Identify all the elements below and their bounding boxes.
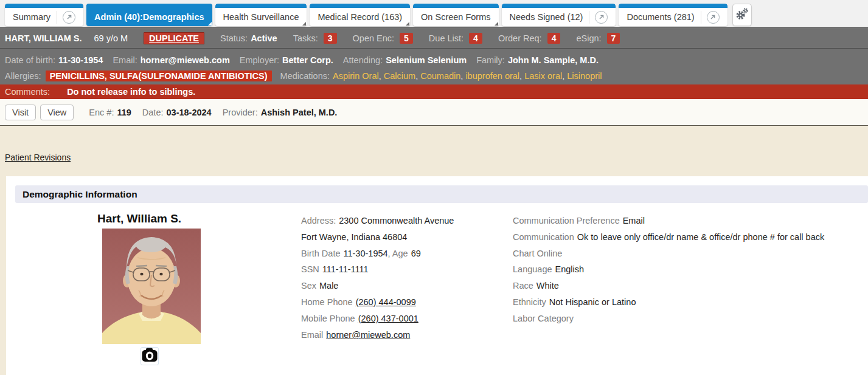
settings-button[interactable] xyxy=(732,4,752,26)
dob-value: 11-30-1954 xyxy=(58,55,103,65)
attending-field: Attending:Selenium Selenium xyxy=(343,55,467,65)
info-row-1: Date of birth:11-30-1954 Email:horner@mi… xyxy=(5,52,863,68)
change-photo-button[interactable] xyxy=(141,347,159,365)
due-list-count-badge[interactable]: 4 xyxy=(469,33,482,44)
ethnicity-label: Ethnicity xyxy=(513,297,546,307)
tab-summary-popout[interactable] xyxy=(57,11,75,24)
enc-date-value: 03-18-2024 xyxy=(167,108,212,117)
labor-category-label: Labor Category xyxy=(513,314,574,323)
address-label: Address: xyxy=(301,216,336,225)
sex-row: SexMale xyxy=(301,278,454,294)
medication-link[interactable]: ibuprofen oral xyxy=(465,71,519,81)
status-label: Status: xyxy=(220,33,248,43)
email-row: Emailhorner@mieweb.com xyxy=(301,327,454,343)
email-label: Email: xyxy=(113,55,137,65)
open-in-new-circle-arrow-icon xyxy=(63,11,75,24)
patient-header-bar: HART, WILLIAM S. 69 y/o M DUPLICATE Stat… xyxy=(0,27,868,48)
race-row: RaceWhite xyxy=(513,278,824,294)
communication-preference-row: Communication PreferenceEmail xyxy=(513,213,824,229)
tab-documents-popout[interactable] xyxy=(701,11,720,24)
enc-date-label: Date: xyxy=(142,108,164,117)
enc-number-field: Enc #:119 xyxy=(89,108,131,117)
sex-value: Male xyxy=(319,281,338,291)
order-req-label: Order Req: xyxy=(498,33,542,43)
tab-documents-label: Documents (281) xyxy=(627,12,694,22)
due-list-label: Due List: xyxy=(429,33,464,43)
chart-online-row: Chart Online xyxy=(513,246,824,262)
attending-value: Selenium Selenium xyxy=(386,55,467,65)
medication-link[interactable]: Aspirin Oral xyxy=(333,71,379,81)
view-button[interactable]: View xyxy=(40,105,74,120)
medication-separator: , xyxy=(562,71,567,81)
comments-label: Comments: xyxy=(5,87,50,97)
email-link[interactable]: horner@mieweb.com xyxy=(326,330,410,340)
enc-date-field: Date:03-18-2024 xyxy=(142,108,212,117)
ssn-value: 111-11-1111 xyxy=(322,264,369,274)
language-row: LanguageEnglish xyxy=(513,261,824,278)
encounter-bar: Visit View Enc #:119 Date:03-18-2024 Pro… xyxy=(0,99,868,126)
birth-date-row: Birth Date11-30-1954, Age69 xyxy=(301,246,454,262)
medications-label: Medications: xyxy=(280,71,330,81)
open-in-new-circle-arrow-icon xyxy=(707,11,720,24)
order-req-count-badge[interactable]: 4 xyxy=(547,33,561,44)
labor-category-row: Labor Category xyxy=(513,311,824,327)
comments-value: Do not release info to siblings. xyxy=(67,87,195,97)
medication-link[interactable]: Coumadin xyxy=(420,71,460,81)
tab-on-screen-forms[interactable]: On Screen Forms xyxy=(413,4,498,26)
mobile-phone-link[interactable]: (260) 437-0001 xyxy=(358,314,418,323)
medication-link[interactable]: Lasix oral xyxy=(524,71,562,81)
medication-separator: , xyxy=(519,71,524,81)
demographics-right-column: Communication PreferenceEmail Communicat… xyxy=(513,213,824,327)
address-row: Address:2300 Commonwealth Avenue xyxy=(301,213,454,229)
status-value: Active xyxy=(251,33,277,43)
communication-row: CommunicationOk to leave only office/dr … xyxy=(513,229,824,246)
tab-summary[interactable]: Summary xyxy=(5,4,83,26)
medication-separator: , xyxy=(415,71,420,81)
home-phone-link[interactable]: (260) 444-0099 xyxy=(356,297,416,307)
open-enc-count-badge[interactable]: 5 xyxy=(400,33,413,44)
tab-admin-demographics[interactable]: Admin (40):Demographics xyxy=(86,4,212,26)
race-value: White xyxy=(536,281,559,291)
medication-separator: , xyxy=(460,71,465,81)
family-label: Family: xyxy=(476,55,505,65)
enc-provider-field: Provider:Ashish Patel, M.D. xyxy=(223,108,338,117)
duplicate-badge[interactable]: DUPLICATE xyxy=(144,32,204,44)
address-row-2: Fort Wayne, Indiana 46804 xyxy=(301,229,454,246)
ethnicity-row: EthnicityNot Hispanic or Latino xyxy=(513,294,824,311)
tab-health-surveillance[interactable]: Health Surveillance xyxy=(215,4,307,26)
esign-count-badge[interactable]: 7 xyxy=(607,33,620,44)
patient-photo xyxy=(102,229,201,344)
enc-number-value: 119 xyxy=(117,108,131,117)
tasks-count-badge[interactable]: 3 xyxy=(324,33,337,44)
enc-provider-value: Ashish Patel, M.D. xyxy=(261,108,338,117)
medication-link[interactable]: Calcium xyxy=(384,71,415,81)
chart-tab-bar: Summary Admin (40):Demographics Health S… xyxy=(0,0,868,27)
medication-link[interactable]: Lisinopril xyxy=(567,71,602,81)
tab-documents[interactable]: Documents (281) xyxy=(619,4,727,26)
email-field: Email:horner@mieweb.com xyxy=(113,55,229,65)
employer-field: Employer:Better Corp. xyxy=(240,55,333,65)
race-label: Race xyxy=(513,281,533,291)
language-value: English xyxy=(555,264,585,274)
open-in-new-circle-arrow-icon xyxy=(595,11,608,24)
ethnicity-value: Not Hispanic or Latino xyxy=(549,297,636,307)
patient-revisions-link[interactable]: Patient Revisions xyxy=(5,153,71,162)
open-enc-label: Open Enc: xyxy=(353,33,395,43)
enc-provider-label: Provider: xyxy=(223,108,258,117)
employer-label: Employer: xyxy=(240,55,279,65)
tab-medical-record[interactable]: Medical Record (163) xyxy=(310,4,410,26)
visit-button[interactable]: Visit xyxy=(5,105,36,120)
tab-needs-signed-popout[interactable] xyxy=(589,11,608,24)
patient-name-header: HART, WILLIAM S. xyxy=(5,33,82,43)
medication-separator: , xyxy=(379,71,384,81)
communication-value: Ok to leave only office/dr name & office… xyxy=(577,232,825,242)
allergies-badge[interactable]: PENICILLINS, SULFA(SULFONAMIDE ANTIBIOTI… xyxy=(46,71,272,81)
communication-label: Communication xyxy=(513,232,574,242)
tab-on-screen-forms-label: On Screen Forms xyxy=(421,12,490,22)
mobile-phone-label: Mobile Phone xyxy=(301,314,355,323)
family-value: John M. Sample, M.D. xyxy=(508,55,599,65)
patient-age-sex: 69 y/o M xyxy=(94,33,128,43)
comments-bar: Comments: Do not release info to sibling… xyxy=(0,84,868,99)
tab-needs-signed[interactable]: Needs Signed (12) xyxy=(502,4,616,26)
home-phone-row: Home Phone(260) 444-0099 xyxy=(301,294,454,311)
